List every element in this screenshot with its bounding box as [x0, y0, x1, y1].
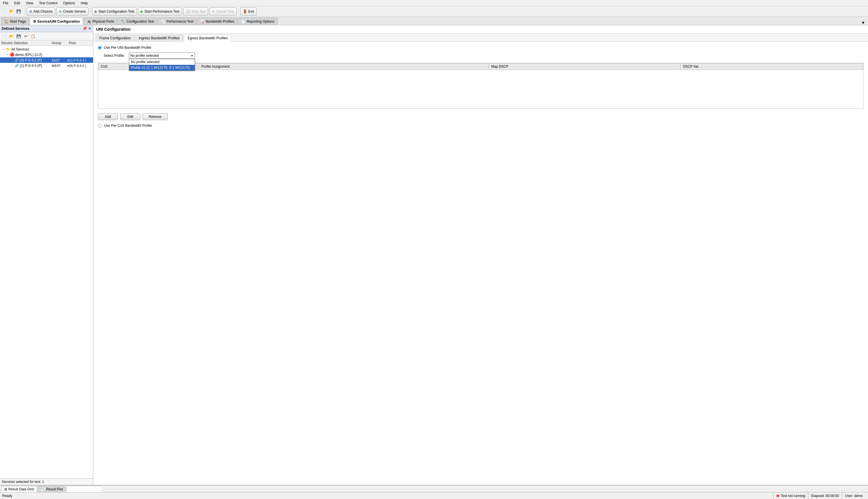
start-config-test-button[interactable]: ▶ Start Configuration Test — [92, 8, 137, 15]
tab-bandwidth-profiles[interactable]: 📊 Bandwidth Profiles — [197, 17, 237, 25]
port0-icon: 🔗 — [14, 58, 19, 62]
menu-options[interactable]: Options — [61, 1, 76, 6]
start-page-label: Start Page — [10, 20, 26, 24]
edit-button[interactable]: Edit — [120, 113, 140, 120]
tree-toggle-all-services[interactable]: − — [2, 48, 6, 51]
statusbar-ready-text: Ready — [2, 494, 772, 498]
result-plot-label: Result Plot — [46, 487, 63, 491]
tree-item-demo-epl[interactable]: − 🔴 demo (EPL) (U:2) — [0, 52, 93, 57]
bottom-search-input[interactable] — [67, 486, 102, 492]
tab-service-uni-config[interactable]: ⚙ Service/UNI Configuration — [30, 17, 83, 25]
tab-config-test[interactable]: 🔧 Configuration Test — [118, 17, 157, 25]
sidebar-save-btn[interactable]: 💾 — [15, 33, 22, 39]
result-plot-icon: 📉 — [41, 487, 45, 491]
select-profile-label: Select Profile: — [104, 53, 127, 58]
result-data-grid-label: Result Data Grid — [8, 487, 34, 491]
tab-physical-ports[interactable]: 🔌 Physical Ports — [84, 17, 117, 25]
cancel-test-button[interactable]: ✕ Cancel Test — [209, 8, 236, 15]
sidebar-cut-btn[interactable]: ✂ — [23, 33, 29, 39]
col-header-profile-assignment: Profile Assignment — [199, 63, 489, 70]
tree-item-port-1[interactable]: 🔗 (1) P-0-3-3 (P) WEST ▸ (0) P-0-3-2 ( — [0, 63, 93, 68]
sidebar-header-icons: 📌 ✕ — [82, 26, 91, 31]
statusbar-test-status: Test not running — [773, 492, 808, 499]
menu-help[interactable]: Help — [79, 1, 90, 6]
test-status-text: Test not running — [781, 494, 805, 498]
dropdown-option-profile1[interactable]: Profile #1 (C:1 M/12176, E:1 M/12176) — [129, 65, 194, 71]
cancel-icon: ✕ — [212, 10, 215, 13]
col-peer: Peer — [69, 41, 92, 45]
add-button[interactable]: Add — [98, 113, 118, 120]
bottom-tabs: ⊞ Result Data Grid 📉 Result Plot — [0, 486, 67, 492]
sidebar-title: Defined Services — [2, 27, 29, 31]
sep1 — [25, 8, 25, 15]
sub-tab-egress-bw[interactable]: Egress Bandwidth Profiles — [184, 35, 231, 41]
statusbar-user: User: demo — [842, 492, 866, 499]
profile-select-box[interactable]: No profile selected ▼ — [129, 52, 195, 59]
sub-tab-ingress-bw[interactable]: Ingress Bandwidth Profiles — [135, 35, 183, 41]
sidebar-toolbar: 📄 📂 💾 ✂ 📋 — [0, 32, 93, 40]
create-service-button[interactable]: ⊕ Create Service — [56, 8, 88, 15]
toolbar-save[interactable]: 💾 — [15, 8, 22, 15]
start-page-icon: 🏠 — [4, 20, 9, 24]
radio-use-per-cos[interactable] — [98, 124, 102, 127]
sidebar-copy-btn[interactable]: 📋 — [30, 33, 36, 39]
select-profile-row: Select Profile: No profile selected ▼ No… — [104, 52, 864, 59]
tab-expand-button[interactable]: ▼ — [859, 20, 867, 25]
toolbar-open[interactable]: 📂 — [8, 8, 15, 15]
tab-reporting-options[interactable]: 📄 Reporting Options — [238, 17, 277, 25]
menu-test-control[interactable]: Test Control — [37, 1, 59, 6]
create-service-icon: ⊕ — [59, 10, 62, 13]
toolbar-new[interactable]: 📄 — [1, 8, 8, 15]
sidebar-open-btn[interactable]: 📂 — [8, 33, 15, 39]
stop-test-button[interactable]: ⬜ Stop Test — [183, 8, 208, 15]
start-perf-test-button[interactable]: ▶ Start Performance Test — [138, 8, 182, 15]
bottom-tab-result-plot[interactable]: 📉 Result Plot — [38, 486, 66, 492]
content-area: UNI Configuration Frame Configuration In… — [93, 25, 868, 485]
create-service-label: Create Service — [63, 10, 85, 13]
sidebar: Defined Services 📌 ✕ 📄 📂 💾 ✂ 📋 Service S… — [0, 25, 93, 485]
profile-table: CoS Profile Assignment Map DSCP DSCP Val… — [98, 63, 863, 70]
radio-use-per-uni[interactable] — [98, 46, 102, 50]
start-perf-icon: ▶ — [141, 10, 143, 13]
remove-button[interactable]: Remove — [143, 113, 168, 120]
tree-peer-port1: (0) P-0-3-2 ( — [69, 64, 92, 68]
service-icon: 🔴 — [10, 52, 14, 57]
perf-test-label: Performance Test — [166, 20, 193, 24]
sidebar-close-icon[interactable]: ✕ — [88, 26, 91, 31]
main-area: Defined Services 📌 ✕ 📄 📂 💾 ✂ 📋 Service S… — [0, 25, 868, 485]
add-chassis-button[interactable]: ⊞ Add Chassis — [27, 8, 55, 15]
statusbar: Ready Test not running Elapsed: 00:00:00… — [0, 492, 868, 499]
sidebar-footer: Services selected for test: 1 — [0, 478, 93, 485]
select-box-value: No profile selected — [130, 53, 159, 58]
physical-ports-icon: 🔌 — [87, 20, 91, 24]
start-config-icon: ▶ — [95, 10, 97, 13]
tree-peer-port0: (1) P-0-3-3 ( — [69, 59, 92, 62]
reporting-label: Reporting Options — [247, 20, 274, 24]
tree-label-port1: (1) P-0-3-3 (P) — [20, 64, 52, 68]
service-config-label: Service/UNI Configuration — [37, 20, 80, 24]
exit-button[interactable]: 🚪 Exit — [240, 8, 257, 15]
bw-profiles-label: Bandwidth Profiles — [206, 20, 234, 24]
tree-item-port-0[interactable]: 🔗 (0) P-0-3-2 (P) EAST ▸ (1) P-0-3-3 ( — [0, 57, 93, 63]
tab-start-page[interactable]: 🏠 Start Page — [1, 17, 29, 25]
user-text: User: demo — [845, 494, 863, 498]
radio-row-uni: Use Per-UNI Bandwidth Profile — [98, 46, 864, 50]
port1-icon: 🔗 — [14, 63, 19, 68]
menu-view[interactable]: View — [24, 1, 35, 6]
sub-tab-frame-config[interactable]: Frame Configuration — [96, 35, 134, 41]
start-config-label: Start Configuration Test — [98, 10, 134, 13]
dropdown-option-none[interactable]: No profile selected — [129, 59, 194, 65]
sidebar-tree: − 📁 All Services − 🔴 demo (EPL) (U:2) 🔗 … — [0, 46, 93, 478]
sidebar-pin-icon[interactable]: 📌 — [82, 26, 87, 31]
physical-ports-label: Physical Ports — [92, 20, 114, 24]
profile-dropdown-menu: No profile selected Profile #1 (C:1 M/12… — [129, 59, 195, 71]
tree-toggle-demo-epl[interactable]: − — [6, 53, 10, 56]
tree-item-all-services[interactable]: − 📁 All Services — [0, 47, 93, 52]
menu-edit[interactable]: Edit — [12, 1, 22, 6]
tab-performance-test[interactable]: 📈 Performance Test — [158, 17, 197, 25]
bottom-tab-result-data-grid[interactable]: ⊞ Result Data Grid — [1, 486, 37, 492]
menu-file[interactable]: File — [1, 1, 10, 6]
sidebar-new-btn[interactable]: 📄 — [1, 33, 8, 39]
statusbar-right: Test not running Elapsed: 00:00:00 User:… — [773, 492, 866, 499]
result-grid-icon: ⊞ — [4, 487, 7, 491]
